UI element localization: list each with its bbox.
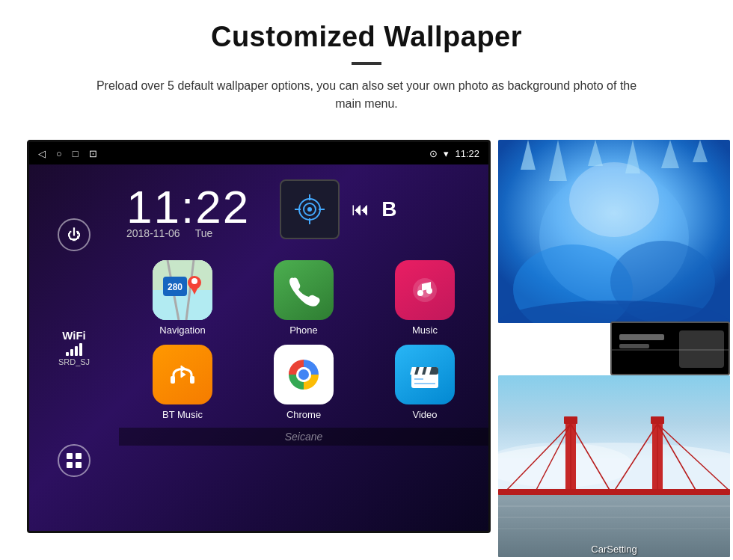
clock-date-value: 2018-11-06 [126, 227, 180, 239]
left-sidebar: ⏻ WiFi SRD_SJ [29, 164, 119, 531]
ice-cave-wallpaper [498, 140, 730, 323]
clock-time: 11:22 [126, 180, 250, 233]
svg-rect-1 [76, 453, 82, 459]
btmusic-app-item[interactable]: BT Music [126, 345, 239, 420]
phone-app-icon [274, 260, 334, 320]
clock-widgets: ⏮ B [280, 179, 396, 239]
page-header: Customized Wallpaper Preload over 5 defa… [0, 0, 733, 126]
page-description: Preload over 5 default wallpaper options… [82, 77, 651, 113]
radio-widget[interactable] [280, 179, 340, 239]
android-screen: ◁ ○ □ ⊡ ⊙ ▾ 11:22 ⏻ WiFi [27, 140, 491, 533]
power-button[interactable]: ⏻ [58, 218, 91, 251]
nav-buttons: ◁ ○ □ ⊡ [38, 148, 97, 159]
svg-rect-71 [498, 489, 730, 495]
phone-app-label: Phone [289, 324, 318, 336]
svg-rect-55 [619, 344, 649, 348]
clock-area: 11:22 2018-11-06 Tue [119, 172, 488, 253]
clock-block: 11:22 2018-11-06 Tue [126, 180, 250, 239]
svg-rect-2 [67, 462, 73, 468]
phone-app-item[interactable]: Phone [248, 260, 360, 336]
svg-point-26 [426, 288, 432, 294]
wifi-ssid: SRD_SJ [58, 357, 90, 366]
video-app-icon [395, 345, 455, 404]
btmusic-app-icon [153, 345, 212, 404]
svg-rect-72 [564, 416, 577, 424]
status-indicators: ⊙ ▾ 11:22 [429, 148, 479, 159]
main-content: ◁ ○ □ ⊡ ⊙ ▾ 11:22 ⏻ WiFi [0, 126, 733, 560]
wallpaper-previews: CarSetting [498, 140, 730, 556]
svg-point-43 [569, 162, 659, 237]
app-area: ⏻ WiFi SRD_SJ [29, 164, 488, 531]
apps-grid-button[interactable] [58, 444, 91, 477]
bridge-wallpaper [498, 375, 730, 557]
svg-rect-0 [67, 453, 73, 459]
music-app-item[interactable]: Music [369, 260, 481, 336]
location-icon: ⊙ [429, 148, 438, 159]
app-grid: 280 Navigation [119, 253, 488, 428]
chrome-app-icon [274, 345, 334, 404]
svg-text:280: 280 [168, 282, 183, 292]
svg-point-25 [417, 290, 423, 296]
nav-app-item[interactable]: 280 Navigation [126, 260, 239, 336]
svg-rect-3 [76, 462, 82, 468]
music-app-icon [395, 260, 455, 320]
screenshot-icon[interactable]: ⊡ [89, 148, 97, 159]
home-icon[interactable]: ○ [56, 148, 62, 159]
back-icon[interactable]: ◁ [38, 148, 46, 159]
svg-point-21 [191, 278, 197, 284]
svg-rect-73 [651, 416, 664, 424]
mini-thumbnail-row [498, 321, 730, 375]
chrome-app-item[interactable]: Chrome [248, 345, 360, 420]
bar3 [75, 346, 78, 356]
clock-day-value: Tue [195, 227, 213, 239]
svg-rect-28 [190, 376, 194, 384]
svg-point-31 [298, 369, 309, 380]
nav-app-icon: 280 [153, 260, 212, 320]
bluetooth-label: B [381, 197, 396, 221]
svg-rect-27 [171, 376, 175, 384]
wifi-signal-bars [58, 343, 90, 356]
prev-track-button[interactable]: ⏮ [352, 199, 369, 220]
ice-cave-image [498, 140, 730, 323]
svg-point-6 [307, 207, 312, 212]
watermark-text: Seicane [285, 431, 323, 443]
page-title: Customized Wallpaper [45, 21, 688, 53]
video-app-item[interactable]: Video [369, 345, 481, 420]
music-app-label: Music [412, 324, 438, 336]
btmusic-app-label: BT Music [162, 409, 203, 420]
svg-rect-56 [679, 330, 724, 368]
title-divider [352, 62, 381, 65]
status-time: 11:22 [455, 148, 479, 159]
carsetting-label-area: CarSetting [498, 542, 730, 556]
svg-rect-54 [619, 334, 664, 340]
recents-icon[interactable]: □ [73, 148, 79, 159]
watermark: Seicane [119, 428, 488, 446]
bar1 [66, 352, 69, 356]
nav-app-label: Navigation [159, 324, 205, 336]
center-content: 11:22 2018-11-06 Tue [119, 164, 488, 531]
mini-thumbnail [610, 321, 730, 375]
carsetting-label: CarSetting [591, 544, 637, 555]
wifi-label: WiFi [58, 329, 90, 342]
bar2 [70, 349, 73, 356]
status-bar: ◁ ○ □ ⊡ ⊙ ▾ 11:22 [29, 142, 488, 164]
chrome-app-label: Chrome [286, 409, 321, 420]
video-app-label: Video [412, 409, 437, 420]
bar4 [79, 343, 82, 356]
wifi-widget[interactable]: WiFi SRD_SJ [58, 329, 90, 366]
bridge-image [498, 375, 730, 557]
wifi-status-icon: ▾ [444, 148, 449, 159]
